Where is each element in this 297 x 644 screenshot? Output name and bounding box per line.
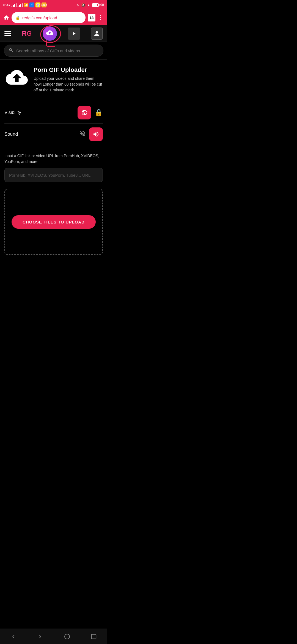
lock-icon: 🔒 bbox=[15, 15, 20, 20]
file-drop-zone[interactable]: CHOOSE FILES TO UPLOAD bbox=[4, 189, 103, 255]
sound-setting-row: Sound bbox=[4, 124, 103, 145]
tab-count-button[interactable]: 18 bbox=[88, 14, 95, 21]
home-button[interactable] bbox=[3, 15, 9, 21]
sound-on-button[interactable] bbox=[89, 127, 103, 141]
uploader-description: Upload your videos and share them now! L… bbox=[34, 76, 103, 93]
search-icon bbox=[9, 48, 13, 54]
uploader-title: Porn GIF Uploader bbox=[34, 66, 103, 73]
status-left: 8:47 📶 f 👻 YOLO bbox=[3, 2, 46, 7]
status-right: N 🔇 ★ 98 bbox=[77, 3, 104, 7]
url-path: /upload bbox=[44, 15, 57, 20]
signal-bars-2 bbox=[18, 3, 23, 7]
more-menu-button[interactable]: ⋮ bbox=[98, 14, 104, 21]
upload-cloud-icon bbox=[46, 29, 53, 38]
bluetooth-icon: ★ bbox=[87, 3, 90, 7]
status-bar: 8:47 📶 f 👻 YOLO N 🔇 ★ 98 bbox=[0, 0, 107, 10]
site-logo: RG bbox=[22, 30, 32, 37]
yolo-icon: YOLO bbox=[42, 2, 46, 7]
visibility-setting-row: Visibility 🔒 bbox=[4, 102, 103, 124]
uploader-info: Porn GIF Uploader Upload your videos and… bbox=[34, 66, 103, 93]
signal-bars-1 bbox=[12, 3, 16, 7]
visibility-private-icon: 🔒 bbox=[95, 109, 103, 116]
url-section-description: Input a GIF link or video URL from PornH… bbox=[4, 153, 103, 165]
address-bar: 🔒 redgifs.com/upload 18 ⋮ bbox=[0, 10, 107, 25]
choose-files-button[interactable]: CHOOSE FILES TO UPLOAD bbox=[12, 215, 96, 229]
hamburger-line-1 bbox=[4, 31, 11, 32]
hamburger-line-2 bbox=[4, 33, 11, 34]
hamburger-line-3 bbox=[4, 35, 11, 36]
uploader-header: Porn GIF Uploader Upload your videos and… bbox=[4, 66, 103, 93]
sound-label: Sound bbox=[4, 132, 18, 137]
site-nav: RG bbox=[0, 25, 107, 42]
battery-fill bbox=[93, 4, 97, 6]
facebook-icon: f bbox=[29, 2, 34, 7]
settings-section: Visibility 🔒 Sound bbox=[4, 102, 103, 145]
time-display: 8:47 bbox=[3, 3, 10, 7]
url-display: redgifs.com/upload bbox=[22, 15, 57, 20]
visibility-controls: 🔒 bbox=[78, 106, 103, 119]
battery-percent: 98 bbox=[100, 3, 104, 7]
battery-indicator bbox=[92, 3, 99, 7]
search-input[interactable] bbox=[16, 48, 99, 53]
upload-cloud-illustration bbox=[4, 66, 29, 91]
wifi-icon: 📶 bbox=[24, 3, 28, 7]
sound-controls bbox=[79, 127, 103, 141]
play-button[interactable] bbox=[68, 28, 80, 40]
sound-mute-icon bbox=[79, 130, 86, 138]
main-content: Porn GIF Uploader Upload your videos and… bbox=[0, 60, 107, 268]
upload-nav-button[interactable] bbox=[43, 26, 57, 41]
visibility-label: Visibility bbox=[4, 110, 21, 115]
nfc-icon: N bbox=[77, 3, 79, 7]
hamburger-menu[interactable] bbox=[4, 31, 11, 36]
snapchat-icon: 👻 bbox=[35, 2, 40, 7]
url-bar[interactable]: 🔒 redgifs.com/upload bbox=[12, 12, 86, 23]
volume-mute-icon: 🔇 bbox=[81, 3, 86, 7]
url-input-section: Input a GIF link or video URL from PornH… bbox=[4, 153, 103, 182]
visibility-public-button[interactable] bbox=[78, 106, 91, 119]
url-domain: redgifs.com bbox=[22, 15, 44, 20]
video-url-input[interactable] bbox=[4, 168, 103, 182]
user-profile-button[interactable] bbox=[91, 28, 103, 40]
